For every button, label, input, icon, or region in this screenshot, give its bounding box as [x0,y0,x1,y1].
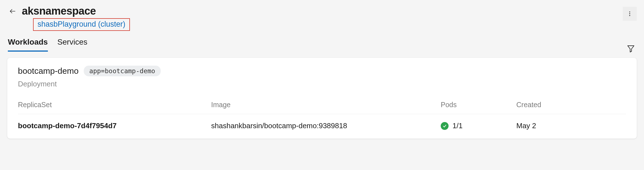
col-pods: Pods [441,101,516,109]
col-image: Image [211,101,441,109]
svg-marker-4 [628,46,634,52]
back-button[interactable] [8,6,17,16]
cluster-link[interactable]: shasbPlayground (cluster) [38,20,125,28]
tab-services[interactable]: Services [57,38,87,52]
col-created: Created [516,101,626,109]
workload-kind: Deployment [18,80,626,88]
status-ok-icon [441,122,449,130]
pods-count: 1/1 [452,121,463,130]
tab-workloads[interactable]: Workloads [8,38,48,52]
cell-image: shashankbarsin/bootcamp-demo:9389818 [211,121,441,130]
workload-card: bootcamp-demo app=bootcamp-demo Deployme… [7,58,637,139]
svg-point-1 [629,12,630,12]
workload-label-tag: app=bootcamp-demo [84,66,161,76]
col-replicaset: ReplicaSet [18,101,211,109]
page-title: aksnamespace [22,5,96,17]
cell-pods: 1/1 [441,121,516,130]
filter-icon[interactable] [627,44,635,54]
cluster-link-highlight: shasbPlayground (cluster) [33,18,130,31]
table-row[interactable]: bootcamp-demo-7d4f7954d7 shashankbarsin/… [18,114,626,139]
svg-point-3 [629,15,630,16]
svg-point-2 [629,13,630,14]
cell-replicaset: bootcamp-demo-7d4f7954d7 [18,121,211,130]
workload-name: bootcamp-demo [18,66,79,76]
more-menu-button[interactable] [623,7,637,21]
table-header: ReplicaSet Image Pods Created [18,101,626,114]
cell-created: May 2 [516,121,626,130]
